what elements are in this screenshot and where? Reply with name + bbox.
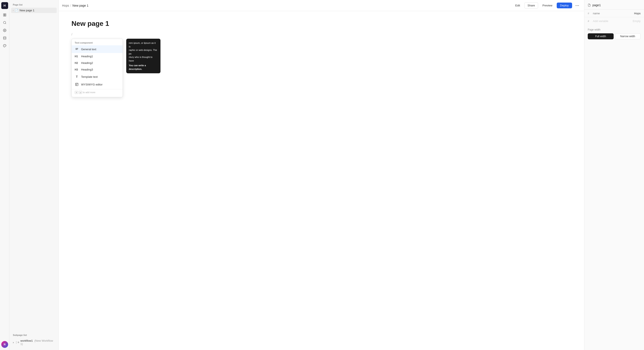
wysiwyg-icon [75,82,79,87]
user-avatar[interactable]: N [1,341,8,348]
h1-label: H1 [75,55,79,58]
search-icon-btn[interactable] [1,19,8,26]
page-width-section: Page width Full width Narrow width [584,25,644,43]
deploy-button[interactable]: Deploy [557,2,572,8]
page-sidebar: Page list › 📄 New page 1 Subpage list › … [10,0,58,350]
hash-icon-add: # [588,20,591,23]
dropdown-item-heading1[interactable]: H1 Heading1 [72,53,122,60]
dropdown-item-heading3[interactable]: H3 Heading3 [72,66,122,73]
footer-hint-text: to add more [83,91,96,94]
page-title[interactable]: New page 1 [72,20,571,27]
svg-point-11 [576,5,576,6]
property-row-name: # name Hops [584,10,644,17]
main-content: Hops / New page 1 Edit Share Preview Dep… [58,0,584,350]
page-file-icon: 📄 [15,9,18,12]
edit-button[interactable]: Edit [513,2,522,8]
palette-icon-btn[interactable] [1,42,8,49]
svg-point-13 [578,5,579,6]
svg-point-8 [5,45,6,46]
h3-label: H3 [75,68,79,71]
home-icon [3,13,6,17]
sidebar-item-label: New page 1 [20,9,34,12]
palette-icon [3,44,6,47]
settings-icon [3,29,6,32]
add-variable-empty: Empty [633,19,640,23]
page-width-options: Full width Narrow width [588,33,640,39]
full-width-button[interactable]: Full width [588,33,614,39]
workflow-icon: ⋮≡ [15,341,19,344]
slash-indicator: / [72,33,571,36]
editor-area: New page 1 / Text component General text… [58,11,584,350]
subpage-section: Subpage list › ⋮≡ workflow1 (New Workflo… [11,334,57,347]
tooltip-text-line3: ntury who is thought to have [129,55,158,62]
share-button[interactable]: Share [524,2,538,8]
preview-button[interactable]: Preview [540,2,555,8]
page-file-icon-right [588,4,591,7]
dropdown-container: Text component General text H1 Heading1 … [72,39,160,97]
breadcrumb-root[interactable]: Hops [62,4,69,7]
database-icon [3,36,6,40]
tooltip-popup: rem ipsum, or lipsum as it is raphic or … [126,39,160,73]
right-panel-page-name: page1 [592,3,601,7]
property-name-value[interactable]: Hops [634,12,640,15]
add-variable-label[interactable]: Add variable [593,19,608,23]
app-logo[interactable]: H [1,2,8,9]
add-variable-row[interactable]: # Add variable Empty [584,17,644,25]
right-panel: page1 # name Hops # Add variable Empty P… [584,0,644,350]
database-icon-btn[interactable] [1,35,8,41]
breadcrumb-current: New page 1 [72,4,88,7]
breadcrumb-separator: / [70,4,71,7]
svg-rect-0 [4,14,4,15]
svg-rect-3 [5,15,6,16]
dropdown-item-label: Template text [81,75,98,78]
page-list-title: Page list [11,3,57,6]
settings-icon-btn[interactable] [1,27,8,34]
narrow-width-button[interactable]: Narrow width [615,33,641,39]
tooltip-text-line2: raphic or web designs. The pa [129,48,158,55]
page-width-label: Page width [588,28,640,31]
dropdown-item-label: Heading3 [81,68,93,71]
dropdown-item-label: General text [81,48,96,51]
svg-rect-2 [4,15,4,16]
dropdown-item-label: Heading2 [81,61,93,64]
chevron-right-icon: › [13,9,14,11]
h2-label: H2 [75,62,79,64]
tooltip-text-part1: rem ipsum, [129,42,141,44]
breadcrumb: Hops / New page 1 [62,4,511,7]
svg-point-7 [5,45,5,45]
text-component-dropdown: Text component General text H1 Heading1 … [72,39,123,97]
dropdown-item-label: WYSIWYG editor [81,83,102,86]
more-options-button[interactable] [574,2,581,9]
hash-icon: # [588,12,591,15]
top-header: Hops / New page 1 Edit Share Preview Dep… [58,0,584,11]
dropdown-item-heading2[interactable]: H2 Heading2 [72,60,122,66]
dropdown-item-label: Heading1 [81,55,93,58]
tooltip-italic-text: or lipsum [141,42,150,44]
dropdown-item-template-text[interactable]: T Template text [72,73,122,81]
general-text-icon [75,47,79,51]
subpage-list-title: Subpage list [11,334,57,336]
sidebar-bottom: N [1,341,8,348]
dropdown-item-wysiwyg[interactable]: WYSIWYG editor [72,81,122,88]
dropdown-section-label: Text component [72,41,122,45]
svg-point-10 [4,46,4,46]
tooltip-description: You can write a description. [129,64,158,71]
icon-sidebar: H N [0,0,10,350]
dropdown-footer: ↑ ↵ to add more [72,89,122,95]
sidebar-item-page1[interactable]: › 📄 New page 1 [11,8,57,13]
dropdown-item-general-text[interactable]: General text [72,45,122,53]
home-icon-btn[interactable] [1,11,8,18]
search-icon [3,21,6,24]
right-panel-header: page1 [584,0,644,10]
svg-point-6 [4,36,6,37]
ellipsis-icon [576,5,579,6]
property-name-label: name [593,12,632,15]
subpage-item-label: workflow1 (New Workflow 1) [20,339,55,346]
tooltip-text-line1: rem ipsum, or lipsum as it is [129,41,158,48]
header-actions: Edit Share Preview Deploy [513,2,581,9]
svg-rect-1 [5,14,6,15]
chevron-right-icon-sub: › [13,341,14,344]
subpage-item-workflow1[interactable]: › ⋮≡ workflow1 (New Workflow 1) [11,338,57,347]
svg-point-12 [577,5,578,6]
enter-key: ↵ [79,91,82,94]
